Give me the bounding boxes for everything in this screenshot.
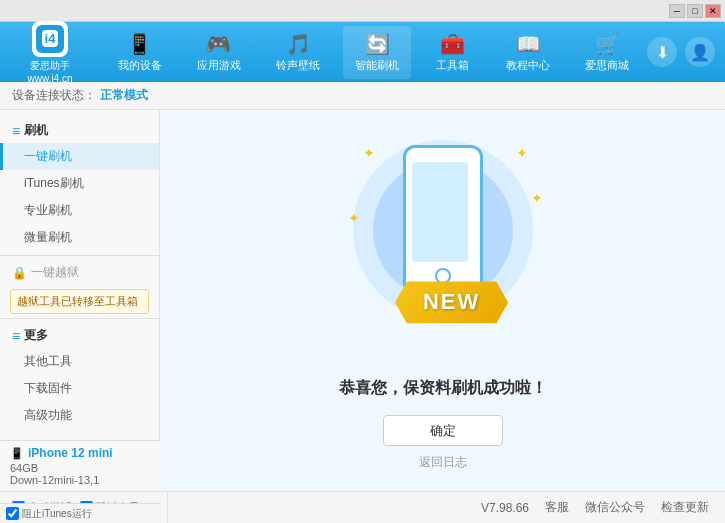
sparkle-4: ✦ xyxy=(531,190,543,206)
sidebar-item-itunes[interactable]: iTunes刷机 xyxy=(0,170,159,197)
sidebar-item-brush[interactable]: 微量刷机 xyxy=(0,224,159,251)
device-firmware: Down-12mini-13,1 xyxy=(10,474,150,486)
sparkle-2: ✦ xyxy=(516,145,528,161)
confirm-button[interactable]: 确定 xyxy=(383,415,503,446)
flash-section-icon: ≡ xyxy=(12,123,20,139)
nav-items: 📱 我的设备 🎮 应用游戏 🎵 铃声壁纸 🔄 智能刷机 🧰 工具箱 📖 xyxy=(100,26,647,79)
nav-bar: i4 爱思助手 www.i4.cn 📱 我的设备 🎮 应用游戏 🎵 铃声壁纸 🔄… xyxy=(0,22,725,82)
sidebar-item-onekey[interactable]: 一键刷机 xyxy=(0,143,159,170)
nav-smart-flash[interactable]: 🔄 智能刷机 xyxy=(343,26,411,79)
app-game-icon: 🎮 xyxy=(206,32,231,56)
device-name: iPhone 12 mini xyxy=(28,446,113,460)
nav-my-device[interactable]: 📱 我的设备 xyxy=(106,26,174,79)
sidebar-warning-box: 越狱工具已转移至工具箱 xyxy=(10,289,149,314)
sparkle-1: ✦ xyxy=(363,145,375,161)
version-text: V7.98.66 xyxy=(481,501,529,515)
nav-toolbox[interactable]: 🧰 工具箱 xyxy=(423,26,483,79)
sidebar-section-flash: ≡ 刷机 xyxy=(0,118,159,143)
shop-icon: 🛒 xyxy=(595,32,620,56)
logo-letter: i4 xyxy=(36,25,64,53)
success-text: 恭喜您，保资料刷机成功啦！ xyxy=(339,378,547,399)
sidebar-item-pro[interactable]: 专业刷机 xyxy=(0,197,159,224)
ringtone-label: 铃声壁纸 xyxy=(276,58,320,73)
minimize-button[interactable]: ─ xyxy=(669,4,685,18)
itunes-status-bar: 阻止iTunes运行 xyxy=(0,503,160,523)
close-button[interactable]: ✕ xyxy=(705,4,721,18)
more-section-icon: ≡ xyxy=(12,328,20,344)
toolbox-label: 工具箱 xyxy=(436,58,469,73)
bottom-right-section: V7.98.66 客服 微信公众号 检查更新 xyxy=(168,499,717,516)
sidebar-disabled-jailbreak: 🔒 一键越狱 xyxy=(0,260,159,285)
service-link[interactable]: 客服 xyxy=(545,499,569,516)
nav-app-game[interactable]: 🎮 应用游戏 xyxy=(185,26,253,79)
update-link[interactable]: 检查更新 xyxy=(661,499,709,516)
user-button[interactable]: 👤 xyxy=(685,37,715,67)
my-device-label: 我的设备 xyxy=(118,58,162,73)
nav-tutorial[interactable]: 📖 教程中心 xyxy=(494,26,562,79)
ringtone-icon: 🎵 xyxy=(286,32,311,56)
tutorial-label: 教程中心 xyxy=(506,58,550,73)
sidebar-section-more-label: 更多 xyxy=(24,327,48,344)
device-storage: 64GB xyxy=(10,462,150,474)
new-ribbon: NEW xyxy=(395,281,508,323)
sidebar-item-other[interactable]: 其他工具 xyxy=(0,348,159,375)
main-content: ✦ ✦ ✦ ✦ NEW 恭喜您，保资料刷机成功啦！ 确定 返回日志 xyxy=(160,110,725,491)
sidebar-section-more: ≡ 更多 xyxy=(0,323,159,348)
phone-illustration: ✦ ✦ ✦ ✦ NEW xyxy=(333,130,553,358)
nav-right: ⬇ 👤 xyxy=(647,37,715,67)
smart-flash-label: 智能刷机 xyxy=(355,58,399,73)
shop-label: 爱思商城 xyxy=(585,58,629,73)
middle-section: ≡ 刷机 一键刷机 iTunes刷机 专业刷机 微量刷机 � xyxy=(0,110,725,491)
app-game-label: 应用游戏 xyxy=(197,58,241,73)
status-value: 正常模式 xyxy=(100,87,148,104)
title-bar: ─ □ ✕ xyxy=(0,0,725,22)
sidebar: ≡ 刷机 一键刷机 iTunes刷机 专业刷机 微量刷机 � xyxy=(0,110,160,491)
maximize-button[interactable]: □ xyxy=(687,4,703,18)
sidebar-divider-1 xyxy=(0,255,159,256)
title-bar-controls: ─ □ ✕ xyxy=(669,4,721,18)
smart-flash-icon: 🔄 xyxy=(365,32,390,56)
logo: i4 爱思助手 www.i4.cn xyxy=(10,21,90,84)
logo-text: 爱思助手 xyxy=(30,59,70,73)
download-button[interactable]: ⬇ xyxy=(647,37,677,67)
wechat-link[interactable]: 微信公众号 xyxy=(585,499,645,516)
itunes-checkbox[interactable] xyxy=(6,507,19,520)
logo-icon: i4 xyxy=(32,21,68,57)
sidebar-divider-2 xyxy=(0,318,159,319)
back-link[interactable]: 返回日志 xyxy=(419,454,467,471)
phone-body xyxy=(403,145,483,295)
tutorial-icon: 📖 xyxy=(516,32,541,56)
sidebar-item-download[interactable]: 下载固件 xyxy=(0,375,159,402)
device-info-panel: 📱 iPhone 12 mini 64GB Down-12mini-13,1 xyxy=(0,440,160,491)
sidebar-scroll: ≡ 刷机 一键刷机 iTunes刷机 专业刷机 微量刷机 � xyxy=(0,110,159,491)
sidebar-section-flash-label: 刷机 xyxy=(24,122,48,139)
my-device-icon: 📱 xyxy=(127,32,152,56)
sidebar-item-advanced[interactable]: 高级功能 xyxy=(0,402,159,429)
lock-icon: 🔒 xyxy=(12,266,27,280)
status-label: 设备连接状态： xyxy=(12,87,96,104)
toolbox-icon: 🧰 xyxy=(440,32,465,56)
sparkle-3: ✦ xyxy=(348,210,360,226)
phone-screen xyxy=(412,162,468,262)
nav-ringtone[interactable]: 🎵 铃声壁纸 xyxy=(264,26,332,79)
nav-shop[interactable]: 🛒 爱思商城 xyxy=(573,26,641,79)
status-bar: 设备连接状态： 正常模式 xyxy=(0,82,725,110)
itunes-status-text: 阻止iTunes运行 xyxy=(22,507,92,521)
device-phone-icon: 📱 xyxy=(10,447,24,460)
